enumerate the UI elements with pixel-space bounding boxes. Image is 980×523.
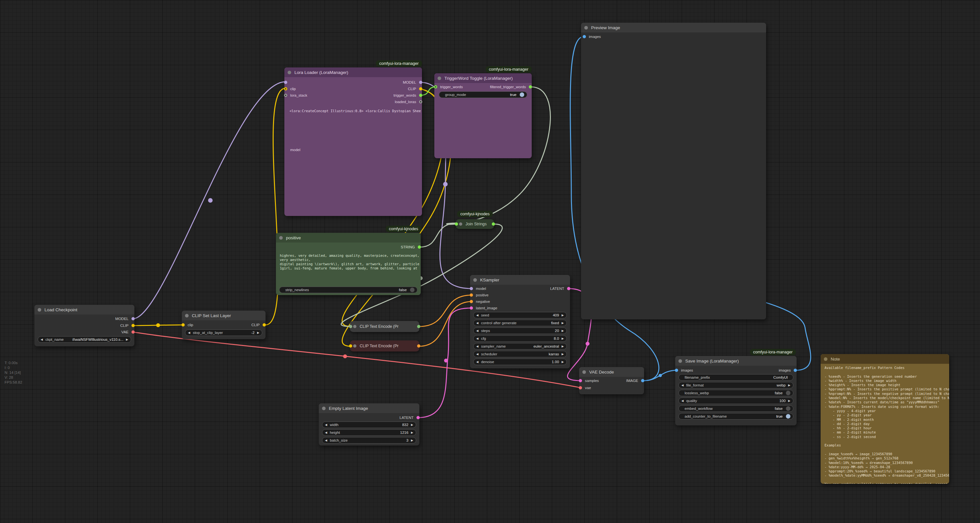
collapse-icon[interactable] (438, 76, 441, 80)
node-empty-latent-image[interactable]: Empty Latent Image LATENT ◀ width 832 ▶ … (319, 403, 419, 445)
combo-left-icon[interactable]: ◀ (325, 423, 327, 426)
node-load-checkpoint[interactable]: Load Checkpoint MODEL CLIP VAE ◀ ckpt_na… (34, 305, 134, 346)
output-dot-model[interactable] (419, 81, 422, 84)
lora-syntax-text[interactable]: <lora:CreateConcept_Illustrious:0.8> <lo… (290, 109, 421, 113)
combo-left-icon[interactable]: ◀ (476, 352, 479, 356)
output-dot-latent[interactable] (417, 416, 420, 419)
combo-right-icon[interactable]: ▶ (562, 360, 564, 363)
node-clip-text-encode-positive[interactable]: CLIP Text Encode (Pr (350, 321, 419, 332)
output-dot-loaded-loras[interactable] (419, 100, 422, 103)
combo-left-icon[interactable]: ◀ (681, 384, 684, 387)
node-title-bar[interactable]: Note (821, 354, 949, 364)
collapse-icon[interactable] (353, 344, 356, 347)
combo-right-icon[interactable]: ▶ (562, 329, 564, 332)
node-title-bar[interactable]: Empty Latent Image (319, 403, 419, 413)
lossless-webp-toggle[interactable]: lossless_webp false (678, 390, 793, 396)
input-dot-model[interactable] (470, 287, 473, 290)
prompt-textarea[interactable]: highres, very detailed, amazing quality,… (280, 254, 419, 285)
node-title-bar[interactable]: KSampler (470, 275, 570, 285)
ckpt-name-combo[interactable]: ◀ ckpt_name il\waiNSFWIllustrious_v110.s… (38, 336, 131, 343)
combo-right-icon[interactable]: ▶ (126, 338, 128, 341)
toggle-circle-icon[interactable] (786, 414, 791, 418)
cfg-widget[interactable]: ◀ cfg 8.0 ▶ (473, 335, 567, 342)
node-title-bar[interactable]: positive (276, 233, 421, 242)
collapse-icon[interactable] (584, 26, 588, 30)
output-dot-image[interactable] (641, 379, 644, 382)
combo-right-icon[interactable]: ▶ (562, 352, 564, 356)
combo-right-icon[interactable]: ▶ (257, 331, 259, 334)
output-dot-latent[interactable] (567, 287, 570, 290)
strip-newlines-toggle[interactable]: strip_newlines false (279, 287, 417, 293)
input-dot-vae[interactable] (579, 386, 582, 390)
collapse-icon[interactable] (824, 357, 827, 361)
node-positive-prompt[interactable]: positive STRING highres, very detailed, … (276, 233, 421, 295)
node-vae-decode[interactable]: VAE Decode samples vae IMAGE (579, 367, 644, 394)
node-title-bar[interactable]: CLIP Set Last Layer (182, 311, 266, 320)
combo-left-icon[interactable]: ◀ (476, 345, 479, 348)
width-widget[interactable]: ◀ width 832 ▶ (322, 422, 416, 428)
note-text[interactable]: Available filename_prefix Pattern Codes … (824, 366, 949, 484)
combo-left-icon[interactable]: ◀ (188, 331, 190, 334)
collapsed-output-dot[interactable] (417, 325, 420, 328)
node-title-bar[interactable]: VAE Decode (579, 367, 644, 377)
node-title-bar[interactable]: TriggerWord Toggle (LoraManager) (434, 73, 532, 83)
node-graph-canvas[interactable]: T: 0.00s I: 0 N: 14 [14] V: 28 FPS:58.82… (0, 0, 980, 523)
output-dot-model[interactable] (132, 317, 135, 320)
steps-widget[interactable]: ◀ steps 20 ▶ (473, 328, 567, 334)
collapse-icon[interactable] (322, 407, 326, 410)
node-join-strings[interactable]: Join Strings (456, 219, 494, 229)
combo-right-icon[interactable]: ▶ (411, 431, 413, 434)
denoise-widget[interactable]: ◀ denoise 1.00 ▶ (473, 358, 567, 365)
file-format-widget[interactable]: ◀ file_format webp ▶ (678, 382, 793, 388)
combo-left-icon[interactable]: ◀ (325, 439, 327, 442)
output-dot-filtered[interactable] (529, 85, 532, 89)
node-save-image[interactable]: Save Image (LoraManager) images images f… (675, 356, 797, 425)
toggle-circle-icon[interactable] (520, 92, 524, 97)
collapse-icon[interactable] (279, 236, 283, 239)
node-lora-loader[interactable]: Lora Loader (LoraManager) model clip lor… (284, 67, 422, 216)
toggle-circle-icon[interactable] (786, 406, 791, 411)
input-dot-latent-image[interactable] (470, 306, 473, 310)
embed-workflow-toggle[interactable]: embed_workflow false (678, 405, 793, 412)
node-clip-text-encode-negative[interactable]: CLIP Text Encode (Pr (350, 341, 419, 352)
input-dot-lora-stack[interactable] (284, 94, 287, 97)
combo-right-icon[interactable]: ▶ (562, 345, 564, 348)
collapse-icon[interactable] (473, 278, 477, 282)
output-dot-vae[interactable] (132, 330, 135, 334)
sampler-name-widget[interactable]: ◀ sampler_name euler_ancestral ▶ (473, 343, 567, 350)
collapsed-input-dot[interactable] (349, 325, 352, 328)
quality-widget[interactable]: ◀ quality 100 ▶ (678, 398, 793, 404)
collapse-icon[interactable] (185, 314, 189, 317)
group-mode-toggle[interactable]: group_mode true (439, 92, 527, 98)
collapse-icon[interactable] (459, 222, 462, 226)
output-dot-trigger-words[interactable] (419, 94, 422, 97)
combo-right-icon[interactable]: ▶ (411, 423, 413, 426)
output-dot-clip[interactable] (132, 324, 135, 327)
height-widget[interactable]: ◀ height 1216 ▶ (322, 429, 416, 436)
combo-left-icon[interactable]: ◀ (476, 321, 479, 325)
toggle-circle-icon[interactable] (410, 288, 415, 292)
output-dot-images[interactable] (794, 369, 797, 372)
output-dot-clip[interactable] (419, 87, 422, 90)
input-dot-positive[interactable] (470, 293, 473, 297)
node-title-bar[interactable]: Save Image (LoraManager) (675, 356, 797, 366)
collapsed-input-dot[interactable] (455, 222, 458, 226)
collapsed-output-dot[interactable] (417, 344, 420, 347)
combo-right-icon[interactable]: ▶ (788, 399, 791, 403)
combo-right-icon[interactable]: ▶ (788, 384, 791, 387)
scheduler-widget[interactable]: ◀ scheduler karras ▶ (473, 351, 567, 357)
stop-at-clip-layer-widget[interactable]: ◀ stop_at_clip_layer -2 ▶ (185, 330, 262, 336)
collapsed-output-dot[interactable] (492, 222, 495, 226)
combo-right-icon[interactable]: ▶ (562, 337, 564, 340)
node-preview-image[interactable]: Preview Image images (581, 23, 766, 319)
node-ksampler[interactable]: KSampler model positive negative latent_… (470, 275, 570, 368)
output-dot-string[interactable] (418, 246, 421, 249)
input-dot-images[interactable] (583, 35, 586, 38)
collapse-icon[interactable] (288, 71, 291, 74)
node-note[interactable]: Note Available filename_prefix Pattern C… (821, 354, 949, 484)
control-after-generate-widget[interactable]: ◀ control after generate fixed ▶ (473, 320, 567, 326)
input-dot-images[interactable] (675, 369, 678, 372)
toggle-circle-icon[interactable] (786, 391, 791, 395)
combo-right-icon[interactable]: ▶ (562, 321, 564, 325)
input-dot-model[interactable] (284, 81, 287, 84)
